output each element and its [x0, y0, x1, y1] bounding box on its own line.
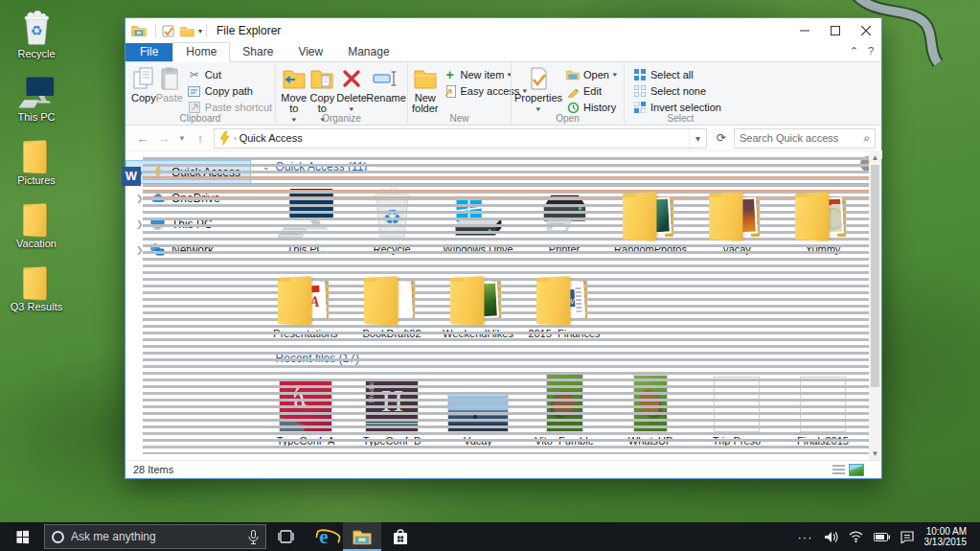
back-button[interactable]: ← — [133, 131, 152, 146]
task-view-button[interactable] — [266, 522, 305, 551]
minimize-button[interactable] — [789, 18, 820, 43]
desktop-icon-label: Pictures — [17, 174, 56, 186]
desktop-icon-q3-results[interactable]: Q3 Results — [6, 263, 67, 312]
clock-date: 3/13/2015 — [924, 537, 968, 547]
desktop-icon-pictures[interactable]: Pictures — [6, 136, 67, 186]
file-explorer-taskbar-button[interactable] — [343, 522, 381, 551]
volume-icon[interactable] — [824, 531, 838, 543]
dropdown-caret: ▾ — [612, 71, 617, 79]
select-none-icon — [633, 84, 647, 98]
desktop-icon-recycle[interactable]: Recycle — [6, 10, 67, 59]
scrollbar-thumb[interactable] — [871, 165, 879, 387]
forward-button[interactable]: → — [154, 131, 173, 146]
taskbar: e ··· — [0, 522, 980, 551]
start-button[interactable] — [0, 522, 44, 551]
breadcrumb[interactable]: Quick Access — [239, 132, 303, 144]
properties-button[interactable]: Properties▾ — [515, 65, 561, 114]
ribbon: Copy Paste ✂ Cut Copy path — [125, 62, 881, 126]
group-label-new: New — [408, 113, 511, 124]
search-box[interactable]: ⌕ — [734, 128, 876, 149]
quick-access-toolbar: ▾ — [160, 23, 202, 38]
move-to-icon — [282, 66, 307, 91]
content-area: ⌄ Quick Access (11) This PC Recycle Wind… — [251, 151, 881, 460]
internet-explorer-icon: e — [319, 527, 328, 546]
ribbon-group-clipboard: Copy Paste ✂ Cut Copy path — [125, 62, 275, 125]
scroll-down-icon[interactable]: ▼ — [872, 448, 879, 460]
open-button[interactable]: Open▾ — [563, 67, 619, 82]
delete-button[interactable]: Delete▾ — [336, 65, 367, 114]
status-bar: 28 Items — [125, 460, 881, 478]
edit-pencil-icon — [566, 84, 580, 98]
windows-logo-icon — [16, 530, 29, 543]
search-input[interactable] — [740, 132, 863, 144]
wifi-icon[interactable] — [849, 531, 863, 542]
address-bar[interactable]: › Quick Access ▾ — [214, 128, 707, 149]
word-file-icon: W — [801, 372, 845, 431]
tab-manage[interactable]: Manage — [335, 43, 401, 61]
scroll-up-icon[interactable]: ▲ — [872, 151, 879, 164]
ribbon-group-organize: Move to▾ Copy to▾ Delete▾ Rename O — [275, 62, 407, 125]
select-all-button[interactable]: Select all — [630, 67, 724, 82]
desktop-icons: Recycle This PC Pictures Vacation Q3 Res… — [6, 10, 67, 312]
tab-share[interactable]: Share — [230, 43, 285, 61]
collapse-ribbon-icon[interactable]: ⌃ — [850, 45, 858, 57]
separator — [155, 24, 156, 37]
action-center-icon[interactable] — [900, 531, 914, 543]
qat-dropdown-caret-icon[interactable]: ▾ — [198, 27, 202, 35]
desktop-icon-label: Q3 Results — [11, 301, 62, 312]
microphone-icon[interactable] — [248, 530, 259, 544]
ribbon-group-open: Properties▾ Open▾ Edit — [511, 62, 624, 125]
new-folder-icon — [413, 66, 438, 91]
paste-icon — [160, 66, 179, 91]
tab-view[interactable]: View — [285, 43, 335, 61]
new-item-plus-icon: + — [444, 68, 457, 81]
cut-icon: ✂ — [188, 68, 201, 81]
group-label-select: Select — [625, 113, 737, 124]
store-button[interactable] — [381, 522, 420, 551]
large-icons-view-icon[interactable] — [849, 464, 864, 476]
maximize-button[interactable] — [820, 18, 851, 43]
delete-icon — [342, 66, 361, 91]
details-view-icon[interactable] — [832, 465, 845, 475]
file-item-finals2015[interactable]: W Finals2015 — [780, 372, 866, 447]
copy-icon — [133, 66, 154, 91]
vacation-folder-icon — [17, 199, 56, 236]
copy-path-button[interactable]: Copy path — [185, 83, 275, 99]
new-folder-button[interactable]: New folder — [412, 65, 439, 114]
recycle-bin-icon — [17, 10, 56, 46]
address-dropdown-icon[interactable]: ▾ — [689, 129, 706, 148]
new-folder-qat-icon[interactable] — [179, 23, 194, 38]
rename-button[interactable]: Rename — [367, 65, 405, 103]
up-button[interactable]: ↑ — [191, 131, 210, 146]
taskbar-search-input[interactable] — [71, 530, 241, 543]
clock-time: 10:00 AM — [924, 526, 968, 537]
refresh-button[interactable]: ⟳ — [711, 128, 732, 149]
pictures-folder-icon — [17, 136, 56, 172]
battery-icon[interactable] — [874, 533, 890, 541]
recent-locations-caret-icon[interactable]: ▾ — [175, 133, 189, 143]
desktop-icon-this-pc[interactable]: This PC — [6, 73, 67, 123]
help-icon[interactable]: ? — [868, 45, 874, 57]
ribbon-group-new: New folder + New item▾ Easy access▾ New — [407, 62, 511, 125]
taskbar-clock[interactable]: 10:00 AM 3/13/2015 — [924, 526, 971, 547]
system-tray: ··· 10:00 AM 3/13/2015 — [788, 522, 980, 551]
cut-button[interactable]: ✂ Cut — [185, 67, 275, 82]
browser-button[interactable]: e — [305, 522, 343, 551]
desktop-icon-label: Vacation — [16, 238, 57, 249]
copy-button[interactable]: Copy — [131, 65, 156, 103]
close-button[interactable] — [851, 18, 881, 43]
paste-button[interactable]: Paste — [156, 65, 183, 103]
vertical-scrollbar[interactable]: ▲ ▼ — [869, 151, 881, 460]
desktop-icon-label: Recycle — [17, 48, 55, 59]
select-none-button[interactable]: Select none — [630, 83, 724, 99]
ribbon-group-select: Select all Select none Invert selection … — [624, 62, 737, 125]
tab-file[interactable]: File — [125, 43, 172, 61]
taskbar-search[interactable] — [44, 524, 266, 549]
properties-qat-icon[interactable] — [160, 23, 175, 38]
copy-path-icon — [188, 84, 201, 98]
desktop-icon-vacation[interactable]: Vacation — [6, 199, 67, 249]
hidden-icons-button[interactable]: ··· — [798, 530, 813, 544]
open-folder-icon — [566, 68, 580, 81]
edit-button[interactable]: Edit — [563, 83, 619, 99]
tab-home[interactable]: Home — [172, 42, 230, 62]
